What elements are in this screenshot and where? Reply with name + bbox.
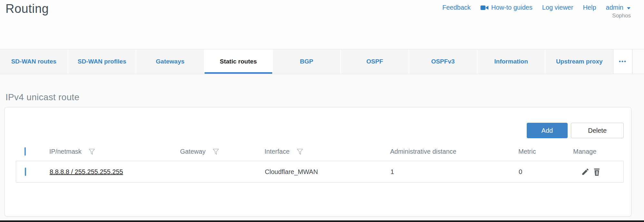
delete-button[interactable]: Delete [571,123,624,138]
manage-cell [573,168,623,176]
top-navigation: Feedback How-to guides Log viewer Help a… [442,4,631,19]
user-menu[interactable]: admin [606,4,631,11]
routing-page: Routing Feedback How-to guides Log viewe… [0,0,644,222]
col-manage: Manage [573,148,596,155]
pencil-icon[interactable] [581,168,590,176]
log-viewer-link[interactable]: Log viewer [542,4,573,11]
user-name: admin [606,4,623,11]
top-nav-links: Feedback How-to guides Log viewer Help a… [442,4,631,11]
tab-information[interactable]: Information [477,49,545,74]
feedback-link[interactable]: Feedback [442,4,471,11]
page-header: Routing Feedback How-to guides Log viewe… [0,0,644,49]
route-admin-distance-value: 1 [390,168,519,176]
route-ip-link[interactable]: 8.8.8.8 / 255.255.255.255 [50,168,123,175]
tab-gateways[interactable]: Gateways [136,49,204,74]
tab-ospf[interactable]: OSPF [340,49,409,74]
tabbar-right-cap [632,49,644,74]
col-admin-distance: Administrative distance [390,148,457,155]
ellipsis-icon: ••• [619,58,627,65]
table-header: IP/netmask Gateway [16,142,624,161]
video-camera-icon [480,5,489,11]
routing-tabbar: SD-WAN routes SD-WAN profiles Gateways S… [0,49,644,74]
window-bottom-edge [0,220,644,222]
tab-bgp[interactable]: BGP [272,49,341,74]
routes-card: Add Delete IP/netmask Gateway [5,107,631,217]
trash-icon[interactable] [593,168,601,176]
tab-sdwan-profiles[interactable]: SD-WAN profiles [68,49,136,74]
route-metric-value: 0 [519,168,573,176]
howto-guides-link[interactable]: How-to guides [480,4,533,11]
select-all-checkbox[interactable] [24,147,26,156]
col-gateway: Gateway [180,148,206,155]
main-content: IPv4 unicast route Add Delete IP/netmask [0,74,644,220]
tab-static-routes[interactable]: Static routes [204,49,272,74]
help-link[interactable]: Help [583,4,596,11]
brand-label: Sophos [612,13,631,19]
tab-upstream-proxy[interactable]: Upstream proxy [545,49,613,74]
col-interface: Interface [264,148,290,155]
page-title: Routing [5,2,49,16]
chevron-down-icon [627,4,631,11]
table-row: 8.8.8.8 / 255.255.255.255 Cloudflare_MWA… [16,161,624,183]
tab-ospfv3[interactable]: OSPFv3 [409,49,477,74]
filter-icon[interactable] [296,148,304,155]
tab-sdwan-routes[interactable]: SD-WAN routes [0,49,68,74]
col-ip-netmask: IP/netmask [49,148,82,155]
table-toolbar: Add Delete [16,123,624,138]
col-metric: Metric [518,148,536,155]
filter-icon[interactable] [88,148,96,155]
row-checkbox[interactable] [25,168,26,176]
filter-icon[interactable] [212,148,220,155]
tab-overflow-button[interactable]: ••• [613,49,632,74]
route-interface-value: Cloudflare_MWAN [265,168,390,176]
add-button[interactable]: Add [527,123,568,138]
section-heading: IPv4 unicast route [5,92,644,102]
